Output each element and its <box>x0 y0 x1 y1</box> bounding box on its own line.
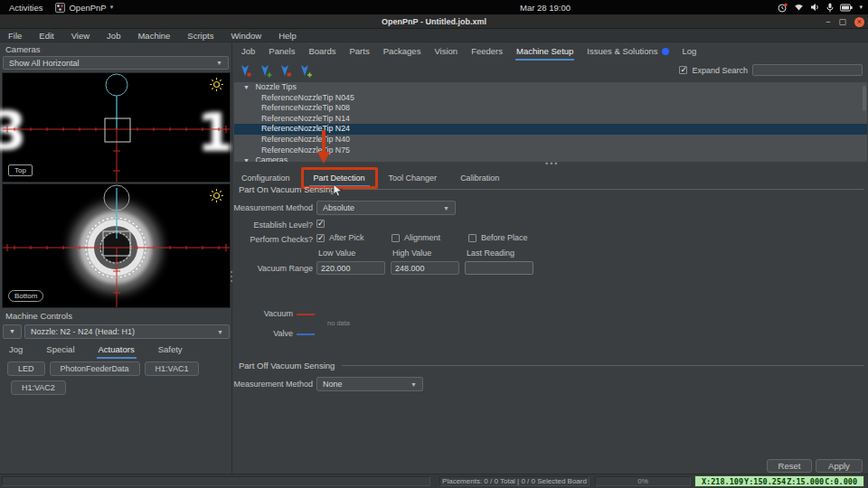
camera-name-label: Bottom <box>8 290 43 302</box>
window-title-bar[interactable]: OpenPnP - Untitled.job.xml − ▢ × <box>0 14 868 29</box>
tree-item[interactable]: ReferenceNozzleTip N08 <box>234 103 867 114</box>
vacuum-series-swatch <box>297 314 315 315</box>
measurement-method-label: Measurement Method <box>233 203 313 212</box>
section-part-off-vacuum: Part Off Vacuum Sensing <box>239 361 864 371</box>
tab-machine-setup[interactable]: Machine Setup <box>515 44 574 61</box>
menu-window[interactable]: Window <box>231 31 261 41</box>
machine-setup-toolbar: Expand Search <box>233 61 868 81</box>
vacuum-range-high-input[interactable] <box>391 261 459 275</box>
menu-help[interactable]: Help <box>278 31 297 41</box>
chevron-down-icon: ▼ <box>410 381 417 388</box>
actuator-button-photonfeederdata[interactable]: PhotonFeederData <box>50 361 140 376</box>
app-menu[interactable]: OpenPnP ▾ <box>55 3 113 13</box>
position-camera-icon[interactable] <box>239 63 252 78</box>
actuator-button-led[interactable]: LED <box>7 361 45 376</box>
chevron-down-icon: ▼ <box>443 205 449 211</box>
maximize-button[interactable]: ▢ <box>838 16 846 28</box>
chevron-down-icon: ▼ <box>216 60 222 66</box>
menu-machine[interactable]: Machine <box>137 31 170 41</box>
after-pick-checkbox[interactable] <box>316 234 325 242</box>
dro-coordinates: X:218.109 Y:150.254 Z:15.000 C:0.000 <box>694 475 864 487</box>
activities-button[interactable]: Activities <box>9 3 42 13</box>
placements-summary: Placements: 0 / 0 Total | 0 / 0 Selected… <box>439 476 590 486</box>
window-title: OpenPnP - Untitled.job.xml <box>0 14 868 29</box>
capture-tool-location-icon[interactable] <box>298 63 312 78</box>
battery-icon <box>840 4 853 12</box>
measurement-method-label: Measurement Method <box>233 380 313 389</box>
search-input[interactable] <box>752 64 863 76</box>
machine-controls-title: Machine Controls <box>5 311 72 321</box>
tab-packages[interactable]: Packages <box>382 44 422 61</box>
top-camera-reticle <box>3 73 230 182</box>
status-message-field <box>2 476 430 486</box>
measurement-method-select[interactable]: Absolute ▼ <box>316 201 456 215</box>
close-button[interactable]: × <box>854 17 864 27</box>
tab-panels[interactable]: Panels <box>268 44 296 61</box>
top-camera-view[interactable]: 3 1 Top <box>2 72 231 183</box>
menu-view[interactable]: View <box>71 31 90 41</box>
tab-safety[interactable]: Safety <box>156 343 184 359</box>
dro-c: C:0.000 <box>825 477 857 486</box>
bottom-camera-view[interactable]: Bottom <box>2 183 231 308</box>
legend-valve-label: Valve <box>233 329 293 338</box>
menu-file[interactable]: File <box>8 31 22 41</box>
tab-jog[interactable]: Jog <box>7 343 24 359</box>
minimize-button[interactable]: − <box>826 16 830 28</box>
mouse-cursor <box>333 184 344 197</box>
collapse-icon[interactable]: ▼ <box>243 84 250 90</box>
microphone-icon <box>826 3 834 13</box>
alignment-label: Alignment <box>404 233 440 242</box>
before-place-checkbox[interactable] <box>468 234 476 242</box>
clock-icon <box>778 3 788 13</box>
tab-log[interactable]: Log <box>682 44 698 61</box>
expand-search-checkbox[interactable] <box>679 66 687 74</box>
nozzle-selector[interactable]: Nozzle: N2 - N24 (Head: H1) ▼ <box>24 324 230 339</box>
status-bar: Placements: 0 / 0 Total | 0 / 0 Selected… <box>0 474 868 488</box>
tab-job[interactable]: Job <box>241 44 256 61</box>
menu-scripts[interactable]: Scripts <box>187 31 213 41</box>
tab-vision[interactable]: Vision <box>433 44 458 61</box>
brightness-icon[interactable] <box>209 188 224 203</box>
tab-issues-solutions[interactable]: Issues & Solutions <box>586 44 669 61</box>
actuator-button-h1vac1[interactable]: H1:VAC1 <box>145 361 200 376</box>
tree-group-nozzle-tips[interactable]: ▼ Nozzle Tips <box>234 82 867 93</box>
menu-job[interactable]: Job <box>107 31 120 41</box>
cameras-panel: Cameras Show All Horizontal ▼ 3 1 Top <box>0 42 232 474</box>
vacuum-range-label: Vacuum Range <box>233 264 313 273</box>
tab-actuators[interactable]: Actuators <box>97 343 137 359</box>
dro-z: Z:15.000 <box>787 477 824 486</box>
menu-edit[interactable]: Edit <box>39 31 53 41</box>
camera-view-selector[interactable]: Show All Horizontal ▼ <box>3 56 229 70</box>
alignment-checkbox[interactable] <box>392 234 400 242</box>
vacuum-range-low-input[interactable] <box>316 261 385 275</box>
tree-item[interactable]: ReferenceNozzleTip N045 <box>234 93 867 104</box>
brightness-icon[interactable] <box>209 77 224 92</box>
clock[interactable]: Mar 28 19:00 <box>520 0 571 14</box>
capture-camera-location-icon[interactable] <box>278 63 292 78</box>
chevron-down-icon: ▾ <box>859 4 863 11</box>
vacuum-range-last-reading-input[interactable] <box>465 261 533 275</box>
volume-icon <box>810 3 820 12</box>
establish-level-checkbox[interactable] <box>316 220 325 228</box>
main-panel: Job Panels Boards Parts Packages Vision … <box>233 42 868 474</box>
tree-scrollbar[interactable] <box>863 86 866 111</box>
tab-feeders[interactable]: Feeders <box>470 44 504 61</box>
reset-button[interactable]: Reset <box>767 459 812 473</box>
wifi-icon <box>794 3 804 12</box>
last-reading-column-header: Last Reading <box>467 249 514 258</box>
apply-button[interactable]: Apply <box>816 459 863 473</box>
system-tray[interactable]: ▾ <box>778 0 863 14</box>
dro-x: X:218.109 <box>702 477 743 486</box>
legend-vacuum-label: Vacuum <box>233 309 293 318</box>
tab-boards[interactable]: Boards <box>307 44 336 61</box>
camera-name-label: Top <box>8 164 33 176</box>
valve-series-swatch <box>297 333 315 335</box>
chart-no-data-label: no data <box>327 319 350 327</box>
head-selector-button[interactable]: ▼ <box>3 324 22 339</box>
position-tool-icon[interactable] <box>259 63 272 78</box>
tab-parts[interactable]: Parts <box>349 44 371 61</box>
part-off-measurement-method-select[interactable]: None ▼ <box>316 377 423 391</box>
actuator-button-h1vac2[interactable]: H1:VAC2 <box>11 380 66 395</box>
tree-item[interactable]: ReferenceNozzleTip N14 <box>234 114 867 125</box>
tab-special[interactable]: Special <box>44 343 76 359</box>
